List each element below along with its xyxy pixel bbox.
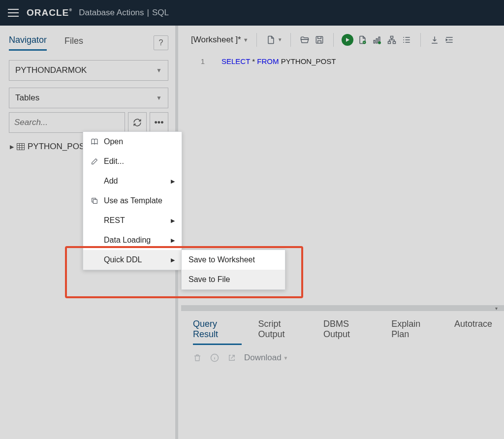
refresh-button[interactable]	[128, 112, 147, 133]
help-button[interactable]: ?	[154, 35, 168, 50]
ctx-use-as-template[interactable]: Use as Template	[83, 191, 182, 211]
splitter[interactable]: ▾	[181, 305, 504, 311]
search-input[interactable]	[9, 112, 125, 133]
svg-rect-12	[388, 41, 390, 43]
svg-rect-5	[316, 36, 322, 43]
worksheet-dropdown[interactable]: [Worksheet ]* ▼	[191, 35, 249, 45]
chevron-down-icon: ▼	[284, 355, 288, 361]
script-run-icon	[357, 35, 367, 45]
download-icon	[430, 35, 440, 45]
pencil-icon	[90, 157, 99, 166]
ctx-open[interactable]: Open	[83, 132, 182, 152]
chevron-down-icon: ▾	[491, 306, 501, 311]
open-button[interactable]	[299, 34, 311, 46]
chevron-down-icon: ▼	[243, 37, 249, 43]
run-button[interactable]	[342, 34, 353, 46]
explain-icon	[372, 35, 382, 45]
tab-explain-plan[interactable]: Explain Plan	[391, 319, 438, 345]
topbar: ORACLE® Database Actions|SQL	[0, 0, 504, 26]
explain-plan-button[interactable]	[371, 34, 383, 46]
book-open-icon	[90, 137, 99, 146]
format-button[interactable]	[401, 34, 412, 46]
chevron-down-icon: ▼	[156, 94, 162, 101]
sql-editor[interactable]: 1 SELECT * FROM PYTHON_POST	[181, 54, 504, 68]
editor-toolbar: [Worksheet ]* ▼ ▼	[181, 26, 504, 54]
download-dropdown[interactable]: Download ▼	[244, 353, 288, 363]
ctx-add[interactable]: Add ▶	[83, 171, 182, 191]
ctx-edit[interactable]: Edit...	[83, 152, 182, 171]
object-type-select[interactable]: Tables ▼	[9, 88, 168, 108]
chevron-right-icon: ▶	[171, 218, 175, 224]
play-icon	[342, 34, 353, 46]
chevron-down-icon: ▼	[156, 67, 162, 74]
svg-rect-13	[393, 41, 395, 43]
new-file-icon	[266, 35, 276, 45]
schema-select[interactable]: PYTHONDARMOK ▼	[9, 60, 168, 81]
submenu-save-worksheet[interactable]: Save to Worksheet	[182, 250, 285, 270]
tab-script-output[interactable]: Script Output	[258, 319, 307, 345]
expand-caret-icon: ▶	[10, 144, 14, 150]
ctx-quick-ddl[interactable]: Quick DDL ▶	[83, 250, 182, 270]
svg-rect-8	[376, 38, 378, 43]
ctx-rest[interactable]: REST ▶	[83, 211, 182, 230]
object-type-value: Tables	[15, 93, 39, 103]
svg-rect-0	[17, 144, 25, 150]
save-icon	[315, 35, 324, 45]
trash-icon[interactable]	[193, 353, 202, 363]
line-number: 1	[181, 54, 221, 68]
save-button[interactable]	[314, 34, 325, 46]
tab-navigator[interactable]: Navigator	[9, 35, 47, 51]
folder-open-icon	[300, 35, 310, 45]
ctx-data-loading[interactable]: Data Loading ▶	[83, 230, 182, 250]
context-menu: Open Edit... Add ▶ Use as Template REST …	[83, 131, 182, 270]
chevron-right-icon: ▶	[171, 178, 175, 185]
svg-rect-15	[93, 199, 97, 203]
chevron-right-icon: ▶	[171, 237, 175, 244]
svg-rect-7	[374, 40, 375, 43]
svg-rect-11	[390, 36, 393, 38]
run-script-button[interactable]	[356, 34, 368, 46]
chevron-right-icon: ▶	[171, 257, 175, 263]
indent-button[interactable]	[443, 34, 455, 46]
results-panel: Query Result Script Output DBMS Output E…	[181, 311, 504, 439]
chevron-down-icon[interactable]: ▼	[278, 37, 283, 42]
tree-item-label: PYTHON_POST	[28, 142, 90, 152]
autotrace-button[interactable]	[386, 34, 398, 46]
new-file-button[interactable]	[265, 34, 277, 46]
list-icon	[402, 35, 411, 45]
breadcrumb: Database Actions|SQL	[79, 8, 169, 18]
schema-select-value: PYTHONDARMOK	[15, 65, 87, 75]
tab-query-result[interactable]: Query Result	[193, 319, 242, 345]
sidebar-tabs: Navigator Files ?	[9, 32, 168, 53]
tab-dbms-output[interactable]: DBMS Output	[323, 319, 375, 345]
tree-icon	[387, 35, 397, 45]
code-line: SELECT * FROM PYTHON_POST	[221, 54, 336, 68]
main-panel: [Worksheet ]* ▼ ▼	[181, 26, 504, 439]
open-new-icon[interactable]	[227, 353, 236, 362]
svg-point-10	[378, 41, 381, 44]
download-button[interactable]	[429, 34, 441, 46]
menu-icon[interactable]	[8, 9, 19, 17]
copy-icon	[90, 196, 99, 205]
indent-icon	[444, 35, 454, 45]
quick-ddl-submenu: Save to Worksheet Save to File	[181, 250, 285, 290]
tab-autotrace[interactable]: Autotrace	[454, 319, 492, 345]
tab-files[interactable]: Files	[64, 36, 83, 50]
table-icon	[17, 143, 25, 150]
brand-logo: ORACLE®	[27, 7, 69, 18]
refresh-icon	[133, 118, 142, 127]
more-button[interactable]: •••	[150, 112, 168, 133]
info-icon[interactable]	[210, 353, 220, 363]
submenu-save-file[interactable]: Save to File	[182, 270, 285, 289]
